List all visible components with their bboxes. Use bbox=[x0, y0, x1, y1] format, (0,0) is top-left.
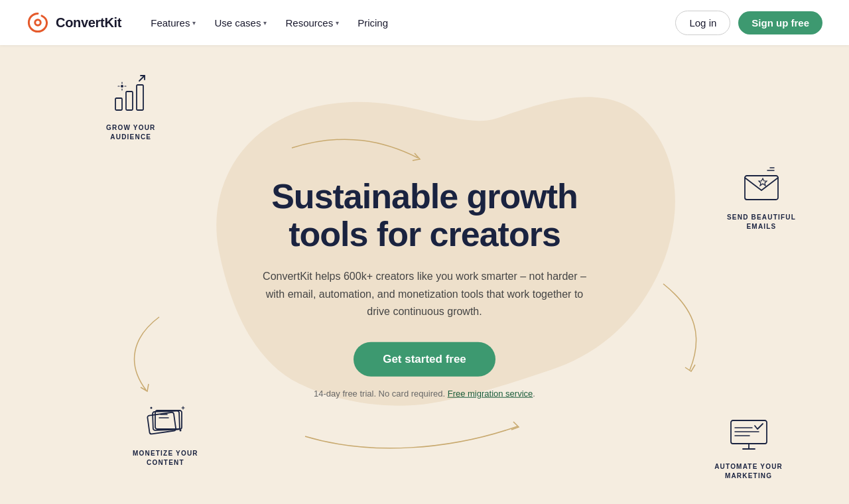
monetize-label: MONETIZE YOUR CONTENT bbox=[133, 449, 198, 468]
resources-chevron: ▾ bbox=[336, 19, 339, 27]
svg-rect-6 bbox=[147, 412, 176, 434]
trial-info: 14-day free trial. No card required. Fre… bbox=[239, 388, 610, 398]
monetize-icon bbox=[142, 397, 188, 444]
svg-point-12 bbox=[180, 430, 182, 432]
nav-features[interactable]: Features ▾ bbox=[143, 12, 204, 34]
automate-label: AUTOMATE YOUR MARKETING bbox=[714, 462, 783, 481]
trial-copy: 14-day free trial. No card required. bbox=[314, 388, 445, 398]
hero-subtitle: ConvertKit helps 600k+ creators like you… bbox=[259, 268, 590, 320]
hero-title: Sustainable growth tools for creators bbox=[239, 178, 610, 253]
svg-point-11 bbox=[151, 407, 153, 409]
logo-icon bbox=[27, 11, 49, 34]
svg-rect-2 bbox=[126, 92, 133, 110]
navbar: ConvertKit Features ▾ Use cases ▾ Resour… bbox=[0, 0, 849, 45]
feature-grow-audience: GROW YOUR AUDIENCE bbox=[106, 72, 156, 142]
feature-monetize: MONETIZE YOUR CONTENT bbox=[133, 397, 198, 468]
svg-rect-3 bbox=[137, 85, 143, 110]
signup-button[interactable]: Sign up free bbox=[738, 11, 822, 34]
features-chevron: ▾ bbox=[192, 19, 196, 27]
nav-resources[interactable]: Resources ▾ bbox=[277, 12, 347, 34]
nav-use-cases[interactable]: Use cases ▾ bbox=[206, 12, 275, 34]
usecases-chevron: ▾ bbox=[263, 19, 267, 27]
nav-right: Log in Sign up free bbox=[675, 11, 822, 35]
grow-audience-icon bbox=[107, 72, 154, 118]
nav-left: ConvertKit Features ▾ Use cases ▾ Resour… bbox=[27, 11, 396, 34]
feature-send-emails: SEND BEAUTIFUL EMAILS bbox=[727, 161, 796, 231]
feature-automate: AUTOMATE YOUR MARKETING bbox=[714, 410, 783, 481]
svg-point-4 bbox=[121, 85, 123, 88]
hero-section: GROW YOUR AUDIENCE SEND BEAUTIFUL EMAILS bbox=[0, 45, 849, 504]
send-emails-icon bbox=[738, 161, 785, 208]
nav-links: Features ▾ Use cases ▾ Resources ▾ Prici… bbox=[143, 12, 396, 34]
migration-link[interactable]: Free migration service bbox=[448, 388, 533, 398]
logo-text: ConvertKit bbox=[56, 15, 121, 31]
grow-audience-label: GROW YOUR AUDIENCE bbox=[106, 123, 156, 142]
hero-center: Sustainable growth tools for creators Co… bbox=[239, 178, 610, 399]
cta-button[interactable]: Get started free bbox=[354, 342, 495, 376]
trial-period: . bbox=[533, 388, 535, 398]
svg-rect-5 bbox=[745, 176, 778, 200]
login-button[interactable]: Log in bbox=[675, 11, 730, 35]
automate-icon bbox=[726, 410, 772, 457]
svg-point-0 bbox=[35, 20, 41, 26]
nav-pricing[interactable]: Pricing bbox=[350, 12, 396, 34]
svg-rect-1 bbox=[115, 98, 122, 110]
send-emails-label: SEND BEAUTIFUL EMAILS bbox=[727, 213, 796, 231]
logo[interactable]: ConvertKit bbox=[27, 11, 121, 34]
